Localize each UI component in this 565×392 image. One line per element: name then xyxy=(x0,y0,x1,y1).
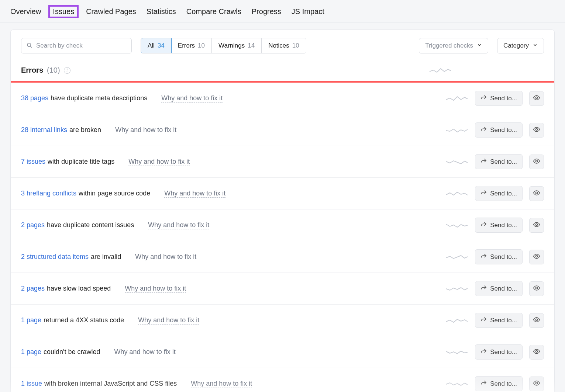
send-to-button[interactable]: Send to... xyxy=(475,186,523,201)
tab-progress[interactable]: Progress xyxy=(252,7,281,16)
issue-link[interactable]: 28 internal links xyxy=(21,126,67,134)
filter-notices[interactable]: Notices 10 xyxy=(262,38,306,53)
why-and-how-to-fix-link[interactable]: Why and how to fix it xyxy=(125,285,186,293)
tab-crawled-pages[interactable]: Crawled Pages xyxy=(86,7,136,16)
send-to-button[interactable]: Send to... xyxy=(475,313,523,328)
send-to-label: Send to... xyxy=(490,126,517,134)
tab-issues[interactable]: Issues xyxy=(48,5,79,18)
sparkline-icon xyxy=(445,94,468,103)
filter-all[interactable]: All 34 xyxy=(141,38,172,53)
why-and-how-to-fix-link[interactable]: Why and how to fix it xyxy=(191,380,252,388)
issue-description: returned a 4XX status code xyxy=(44,316,124,324)
share-arrow-icon xyxy=(480,157,487,166)
issue-link[interactable]: 2 structured data items xyxy=(21,253,89,261)
send-to-button[interactable]: Send to... xyxy=(475,376,523,391)
issue-link[interactable]: 7 issues xyxy=(21,158,45,166)
sparkline-icon xyxy=(445,316,468,325)
hide-issue-button[interactable] xyxy=(529,250,544,264)
svg-point-3 xyxy=(536,129,538,131)
top-tabs: Overview Issues Crawled Pages Statistics… xyxy=(0,0,565,23)
issue-link[interactable]: 2 pages xyxy=(21,285,45,292)
filter-errors[interactable]: Errors 10 xyxy=(171,38,212,53)
issue-link[interactable]: 3 hreflang conflicts xyxy=(21,190,76,197)
issue-link[interactable]: 2 pages xyxy=(21,221,45,229)
issue-link[interactable]: 1 page xyxy=(21,348,41,356)
why-and-how-to-fix-link[interactable]: Why and how to fix it xyxy=(138,316,199,325)
filter-warnings[interactable]: Warnings 14 xyxy=(212,38,262,53)
send-to-button[interactable]: Send to... xyxy=(475,218,523,233)
tab-statistics[interactable]: Statistics xyxy=(147,7,176,16)
section-count: (10) xyxy=(47,66,60,74)
tab-compare-crawls[interactable]: Compare Crawls xyxy=(186,7,241,16)
issue-text: 38 pages have duplicate meta description… xyxy=(21,94,147,102)
filter-label: Warnings xyxy=(218,42,245,49)
issue-text: 1 page returned a 4XX status code xyxy=(21,316,124,324)
send-to-button[interactable]: Send to... xyxy=(475,91,523,106)
send-to-label: Send to... xyxy=(490,380,517,388)
search-wrap[interactable] xyxy=(21,38,132,53)
category-dropdown[interactable]: Category xyxy=(497,38,544,53)
issue-description: have duplicate content issues xyxy=(47,221,134,229)
send-to-label: Send to... xyxy=(490,285,517,292)
hide-issue-button[interactable] xyxy=(529,91,544,106)
hide-issue-button[interactable] xyxy=(529,377,544,391)
issue-text: 3 hreflang conflicts within page source … xyxy=(21,190,150,197)
tab-overview[interactable]: Overview xyxy=(10,7,41,16)
issue-text: 2 structured data items are invalid xyxy=(21,253,121,261)
why-and-how-to-fix-link[interactable]: Why and how to fix it xyxy=(161,94,223,103)
why-and-how-to-fix-link[interactable]: Why and how to fix it xyxy=(148,221,209,229)
hide-issue-button[interactable] xyxy=(529,155,544,169)
eye-icon xyxy=(533,284,540,293)
hide-issue-button[interactable] xyxy=(529,345,544,360)
svg-point-5 xyxy=(536,192,538,194)
issue-description: are invalid xyxy=(91,253,121,261)
dropdown-label: Triggered checks xyxy=(425,42,473,49)
dropdown-label: Category xyxy=(503,42,529,49)
send-to-button[interactable]: Send to... xyxy=(475,249,523,264)
eye-icon xyxy=(533,348,540,356)
sparkline-icon xyxy=(445,190,468,198)
issue-link[interactable]: 1 page xyxy=(21,316,41,324)
svg-point-4 xyxy=(536,160,538,162)
filter-count: 10 xyxy=(292,42,299,49)
triggered-checks-dropdown[interactable]: Triggered checks xyxy=(419,38,488,53)
issue-row: 2 pages have slow load speed Why and how… xyxy=(11,273,554,305)
why-and-how-to-fix-link[interactable]: Why and how to fix it xyxy=(135,253,196,261)
info-icon[interactable]: i xyxy=(64,67,70,74)
chevron-down-icon xyxy=(533,42,538,49)
sparkline-icon xyxy=(445,158,468,166)
svg-point-9 xyxy=(536,319,538,321)
issue-link[interactable]: 38 pages xyxy=(21,94,48,102)
why-and-how-to-fix-link[interactable]: Why and how to fix it xyxy=(164,190,225,198)
hide-issue-button[interactable] xyxy=(529,313,544,328)
send-to-button[interactable]: Send to... xyxy=(475,122,523,138)
filter-label: All xyxy=(148,42,155,49)
why-and-how-to-fix-link[interactable]: Why and how to fix it xyxy=(114,348,176,356)
send-to-label: Send to... xyxy=(490,158,517,166)
send-to-button[interactable]: Send to... xyxy=(475,281,523,296)
send-to-button[interactable]: Send to... xyxy=(475,344,523,360)
why-and-how-to-fix-link[interactable]: Why and how to fix it xyxy=(115,126,176,134)
hide-issue-button[interactable] xyxy=(529,123,544,138)
issue-row: 1 issue with broken internal JavaScript … xyxy=(11,368,554,392)
issue-row: 7 issues with duplicate title tags Why a… xyxy=(11,146,554,178)
hide-issue-button[interactable] xyxy=(529,218,544,233)
issue-description: with duplicate title tags xyxy=(48,158,114,166)
hide-issue-button[interactable] xyxy=(529,281,544,296)
eye-icon xyxy=(533,253,540,261)
tab-js-impact[interactable]: JS Impact xyxy=(292,7,324,16)
svg-point-2 xyxy=(536,97,538,99)
svg-point-7 xyxy=(536,256,538,257)
svg-line-1 xyxy=(30,46,32,48)
why-and-how-to-fix-link[interactable]: Why and how to fix it xyxy=(128,158,190,166)
issues-panel: All 34 Errors 10 Warnings 14 Notices 10 xyxy=(10,30,555,392)
svg-point-10 xyxy=(536,351,538,353)
eye-icon xyxy=(533,94,540,103)
hide-issue-button[interactable] xyxy=(529,186,544,201)
search-input[interactable] xyxy=(36,42,126,49)
issue-link[interactable]: 1 issue xyxy=(21,380,42,388)
filter-count: 10 xyxy=(198,42,205,49)
eye-icon xyxy=(533,316,540,325)
send-to-button[interactable]: Send to... xyxy=(475,154,523,169)
svg-point-0 xyxy=(27,43,31,46)
